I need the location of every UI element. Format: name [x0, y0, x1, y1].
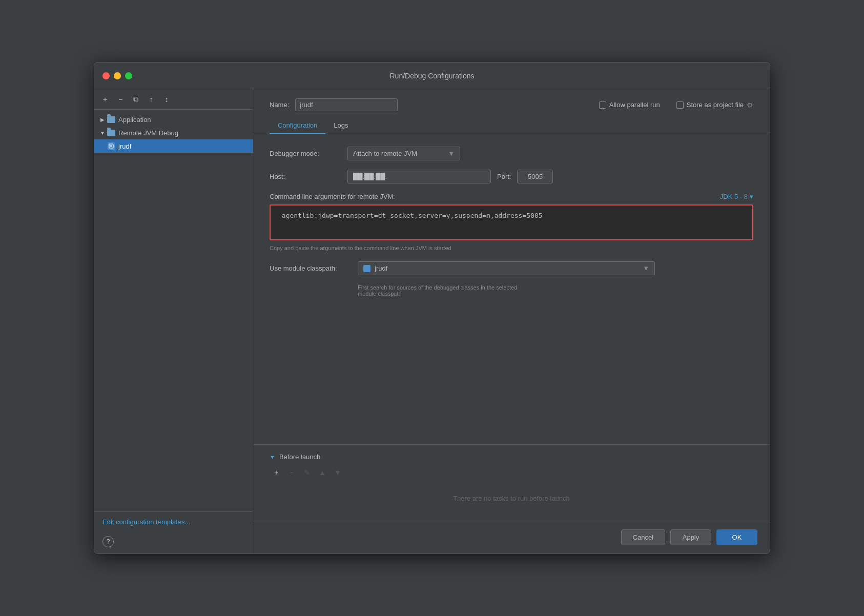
- main-content: + − ⧉ ↑ ↕ ▶ Application ▼: [94, 89, 770, 553]
- debugger-mode-row: Debugger mode: Attach to remote JVM ▼: [270, 147, 753, 160]
- host-label: Host:: [270, 173, 341, 180]
- debugger-mode-value: Attach to remote JVM: [353, 150, 417, 157]
- move-config-button[interactable]: ↑: [145, 93, 158, 106]
- allow-parallel-label: Allow parallel run: [609, 101, 660, 109]
- tree-arrow-remote: ▼: [98, 129, 107, 137]
- before-launch-title: Before launch: [279, 453, 320, 461]
- cancel-button[interactable]: Cancel: [621, 529, 665, 545]
- jdk-version-arrow: ▾: [750, 193, 753, 200]
- module-classpath-value: jrudf: [375, 264, 387, 272]
- store-as-project-row: Store as project file ⚙: [676, 101, 753, 109]
- sidebar-footer: Edit configuration templates...: [94, 511, 253, 532]
- launch-up-button[interactable]: ▲: [316, 466, 329, 479]
- allow-parallel-checkbox[interactable]: [599, 101, 606, 109]
- tabs-bar: Configuration Logs: [253, 117, 770, 134]
- ok-button[interactable]: OK: [716, 529, 757, 545]
- launch-remove-button[interactable]: −: [285, 466, 298, 479]
- host-input[interactable]: [347, 170, 491, 183]
- sidebar-item-application[interactable]: ▶ Application: [94, 113, 253, 126]
- svg-rect-0: [109, 144, 113, 148]
- apply-button[interactable]: Apply: [670, 529, 711, 545]
- cmd-header: Command line arguments for remote JVM: J…: [270, 193, 753, 200]
- right-panel: Name: Allow parallel run Store as projec…: [253, 89, 770, 553]
- maximize-button[interactable]: [125, 72, 132, 79]
- cmd-args-section: Command line arguments for remote JVM: J…: [270, 193, 753, 251]
- before-launch-section: ▼ Before launch + − ✎ ▲ ▼ There are no t…: [253, 444, 770, 521]
- module-icon: [363, 265, 371, 272]
- sidebar-item-remote-jvm[interactable]: ▼ Remote JVM Debug: [94, 126, 253, 139]
- tree-arrow-application: ▶: [98, 115, 107, 124]
- store-gear-icon[interactable]: ⚙: [747, 101, 753, 109]
- sidebar: + − ⧉ ↑ ↕ ▶ Application ▼: [94, 89, 253, 553]
- sort-config-button[interactable]: ↕: [160, 93, 173, 106]
- run-debug-dialog: Run/Debug Configurations + − ⧉ ↑ ↕ ▶ App…: [94, 62, 770, 554]
- dialog-footer: Cancel Apply OK: [253, 521, 770, 553]
- cmd-args-textarea[interactable]: -agentlib:jdwp=transport=dt_socket,serve…: [270, 204, 753, 240]
- cmd-hint: Copy and paste the arguments to the comm…: [270, 245, 753, 251]
- launch-toolbar: + − ✎ ▲ ▼: [270, 466, 753, 479]
- debugger-mode-arrow: ▼: [448, 150, 455, 157]
- before-launch-header: ▼ Before launch: [270, 453, 753, 461]
- store-as-project-checkbox[interactable]: [676, 101, 684, 109]
- minimize-button[interactable]: [114, 72, 121, 79]
- sidebar-tree: ▶ Application ▼ Remote JVM Debug ▶: [94, 110, 253, 511]
- edit-templates-link[interactable]: Edit configuration templates...: [102, 518, 190, 526]
- sidebar-item-label-jrudf: jrudf: [118, 142, 131, 150]
- jdk-version-label: JDK 5 - 8: [720, 193, 748, 200]
- sidebar-item-label-application: Application: [118, 116, 151, 124]
- module-hint: First search for sources of the debugged…: [358, 284, 753, 297]
- sidebar-help-area: ?: [94, 532, 253, 553]
- tab-configuration[interactable]: Configuration: [270, 117, 325, 134]
- dialog-title: Run/Debug Configurations: [390, 72, 475, 80]
- cmd-args-label: Command line arguments for remote JVM:: [270, 193, 395, 200]
- application-folder-icon: [107, 115, 116, 124]
- remove-config-button[interactable]: −: [114, 93, 127, 106]
- close-button[interactable]: [102, 72, 110, 79]
- name-label: Name:: [270, 101, 289, 109]
- name-input[interactable]: [295, 98, 398, 111]
- sidebar-toolbar: + − ⧉ ↑ ↕: [94, 89, 253, 110]
- module-classpath-row: Use module classpath: jrudf ▼: [270, 261, 753, 275]
- parallel-row: Allow parallel run Store as project file…: [599, 101, 753, 109]
- title-bar: Run/Debug Configurations: [94, 63, 770, 89]
- launch-down-button[interactable]: ▼: [331, 466, 344, 479]
- debugger-mode-label: Debugger mode:: [270, 150, 341, 157]
- add-config-button[interactable]: +: [98, 93, 112, 106]
- name-row: Name: Allow parallel run Store as projec…: [253, 89, 770, 117]
- launch-edit-button[interactable]: ✎: [300, 466, 314, 479]
- sidebar-item-jrudf[interactable]: ▶ jrudf: [94, 139, 253, 153]
- config-panel: Debugger mode: Attach to remote JVM ▼ Ho…: [253, 134, 770, 444]
- debugger-mode-select[interactable]: Attach to remote JVM ▼: [347, 147, 460, 160]
- host-port-row: Host: Port:: [270, 170, 753, 183]
- jrudf-config-icon: [107, 141, 116, 151]
- tab-logs[interactable]: Logs: [325, 117, 356, 134]
- sidebar-item-label-remote: Remote JVM Debug: [118, 129, 178, 137]
- port-input[interactable]: [517, 170, 553, 183]
- launch-add-button[interactable]: +: [270, 466, 283, 479]
- store-as-project-label: Store as project file: [687, 101, 744, 109]
- port-label: Port:: [497, 173, 511, 180]
- module-classpath-label: Use module classpath:: [270, 264, 352, 272]
- before-launch-collapse[interactable]: ▼: [270, 454, 275, 460]
- window-controls: [102, 72, 132, 79]
- module-dropdown-arrow: ▼: [643, 264, 649, 272]
- no-tasks-text: There are no tasks to run before launch: [270, 484, 753, 512]
- jdk-version-selector[interactable]: JDK 5 - 8 ▾: [720, 193, 753, 200]
- module-section: Use module classpath: jrudf ▼ First sear…: [270, 261, 753, 297]
- help-button[interactable]: ?: [102, 536, 114, 547]
- allow-parallel-checkbox-item: Allow parallel run: [599, 101, 660, 109]
- module-classpath-select[interactable]: jrudf ▼: [358, 261, 655, 275]
- copy-config-button[interactable]: ⧉: [129, 93, 142, 106]
- remote-jvm-folder-icon: [107, 128, 116, 137]
